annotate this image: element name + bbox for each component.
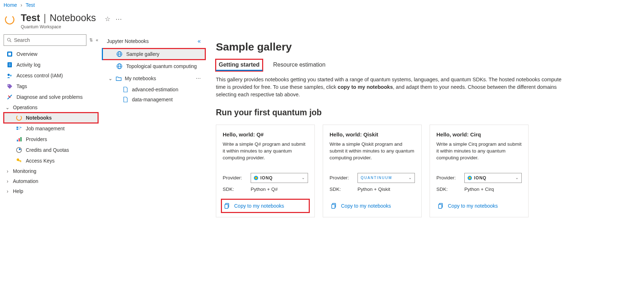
svg-rect-20	[20, 137, 22, 141]
title-block: Test | Notebooks ☆ ⋯ Quantum Workspace	[21, 11, 122, 29]
section-name: Notebooks	[50, 13, 96, 24]
nav-job-management[interactable]: Job management	[4, 123, 98, 134]
nav-notebooks[interactable]: Notebooks	[4, 112, 98, 123]
copy-to-notebooks-button[interactable]: Copy to my notebooks	[330, 201, 415, 211]
nav-group-help[interactable]: › Help	[4, 186, 98, 196]
chevron-right-icon: ›	[5, 168, 10, 174]
copy-to-notebooks-button[interactable]: Copy to my notebooks	[223, 201, 308, 211]
nav-group-operations[interactable]: ⌄ Operations	[4, 102, 98, 112]
nav-credits[interactable]: Credits and Quotas	[4, 145, 98, 155]
chevron-down-icon: ⌄	[408, 175, 412, 180]
svg-rect-34	[332, 204, 335, 208]
resource-name: Test	[21, 13, 40, 24]
svg-point-1	[8, 38, 10, 41]
provider-select[interactable]: QUANTINUUM ⌄	[357, 173, 415, 183]
collapse-tree-icon[interactable]: «	[198, 38, 201, 44]
nav-tags[interactable]: Tags	[4, 81, 98, 92]
copy-label: Copy to my notebooks	[448, 203, 498, 209]
svg-line-12	[8, 97, 10, 99]
chevron-right-icon: ›	[5, 188, 10, 194]
nav-group-automation[interactable]: › Automation	[4, 176, 98, 186]
sample-cards: Hello, world: Q# Write a simple Q# progr…	[216, 125, 634, 217]
tree-sample-gallery[interactable]: Sample gallery	[102, 48, 206, 60]
sort-icon[interactable]: ⇅	[89, 38, 93, 43]
main-panel: Sample gallery Getting started Resource …	[206, 34, 644, 224]
section-heading: Run your first quantum job	[216, 108, 634, 117]
nav-label: Providers	[26, 136, 47, 142]
providers-icon	[16, 136, 22, 142]
nav-overview[interactable]: Overview	[4, 49, 98, 59]
favorite-icon[interactable]: ☆	[105, 15, 110, 23]
provider-select[interactable]: IONQ ⌄	[464, 173, 522, 183]
tags-icon	[6, 83, 13, 90]
file-icon	[123, 87, 128, 92]
nav-label: Overview	[16, 51, 37, 57]
sample-card-qsharp: Hello, world: Q# Write a simple Q# progr…	[216, 125, 315, 217]
nav-label: Job management	[26, 126, 65, 131]
tree-my-notebooks[interactable]: ⌄ My notebooks ⋯	[102, 72, 206, 84]
provider-value: QUANTINUUM	[361, 176, 392, 180]
nav-group-label: Automation	[13, 178, 38, 184]
svg-rect-19	[19, 138, 20, 141]
tab-resource-estimation[interactable]: Resource estimation	[273, 59, 326, 71]
card-title: Hello, world: Q#	[223, 131, 308, 137]
card-title: Hello, world: Cirq	[436, 131, 522, 137]
sdk-label: SDK:	[436, 187, 464, 192]
nav-group-monitoring[interactable]: › Monitoring	[4, 166, 98, 176]
search-placeholder: Search	[14, 37, 30, 43]
svg-point-0	[4, 14, 15, 25]
sdk-value: Python + Qiskit	[357, 187, 390, 192]
activity-log-icon	[6, 62, 13, 68]
tree-file-data[interactable]: data-management	[102, 95, 206, 105]
nav-diagnose[interactable]: Diagnose and solve problems	[4, 92, 98, 102]
sdk-label: SDK:	[223, 187, 251, 192]
svg-rect-17	[16, 129, 18, 130]
nav-activity-log[interactable]: Activity log	[4, 59, 98, 70]
svg-rect-24	[20, 161, 21, 162]
resource-type: Quantum Workspace	[21, 24, 122, 29]
card-desc: Write a simple Q# program and submit it …	[223, 141, 308, 161]
nav-label: Notebooks	[26, 115, 52, 121]
nav-group-label: Monitoring	[13, 168, 36, 174]
notebook-tree-panel: Jupyter Notebooks « Sample gallery Topol…	[102, 34, 206, 224]
copy-icon	[438, 203, 444, 209]
provider-label: Provider:	[223, 175, 251, 180]
provider-value: IONQ	[260, 175, 273, 180]
nav-access-keys[interactable]: Access Keys	[4, 155, 98, 166]
search-input[interactable]: Search	[4, 34, 86, 46]
nav-group-label: Operations	[13, 105, 37, 110]
tree-item-label: Sample gallery	[126, 51, 160, 57]
page-title: Sample gallery	[216, 41, 634, 53]
svg-rect-36	[439, 204, 442, 208]
tab-getting-started[interactable]: Getting started	[216, 59, 262, 71]
tree-file-advanced[interactable]: advanced-estimation	[102, 84, 206, 95]
svg-rect-4	[8, 53, 11, 55]
breadcrumb-home[interactable]: Home	[4, 2, 17, 8]
more-icon[interactable]: ⋯	[115, 15, 122, 23]
sample-card-cirq: Hello, world: Cirq Write a simple Cirq p…	[430, 125, 529, 217]
svg-point-9	[8, 74, 10, 76]
svg-line-13	[10, 95, 12, 97]
copy-to-notebooks-button[interactable]: Copy to my notebooks	[436, 201, 522, 211]
tree-topological[interactable]: Topological quantum computing	[102, 60, 206, 72]
more-icon[interactable]: ⋯	[196, 76, 201, 81]
left-nav: Search ⇅ « Overview Activity log Access …	[0, 34, 102, 224]
svg-point-11	[8, 85, 9, 86]
desc-bold: copy to my notebooks	[338, 84, 393, 90]
card-desc: Write a simple Cirq program and submit i…	[436, 141, 522, 161]
nav-group-label: Help	[13, 188, 23, 194]
diagnose-icon	[6, 94, 13, 100]
ionq-logo-icon	[254, 176, 258, 180]
nav-access-control[interactable]: Access control (IAM)	[4, 70, 98, 81]
globe-icon	[116, 51, 123, 57]
breadcrumb-current[interactable]: Test	[26, 2, 35, 8]
globe-icon	[116, 63, 123, 69]
svg-point-10	[10, 75, 12, 77]
sample-card-qiskit: Hello, world: Qiskit Write a simple Qisk…	[323, 125, 422, 217]
provider-select[interactable]: IONQ ⌄	[251, 173, 308, 183]
copy-icon	[224, 203, 231, 209]
nav-providers[interactable]: Providers	[4, 134, 98, 145]
file-icon	[123, 97, 128, 102]
nav-label: Tags	[16, 83, 27, 89]
collapse-nav-icon[interactable]: «	[96, 38, 98, 43]
